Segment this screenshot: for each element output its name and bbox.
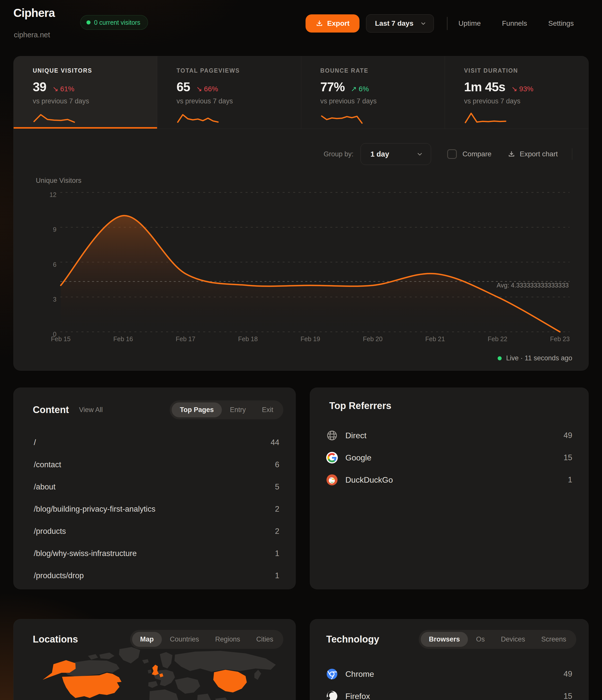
page-count: 1 <box>275 571 279 580</box>
content-card-title: Content <box>33 404 69 415</box>
referrer-row[interactable]: Google 15 <box>326 447 572 469</box>
export-chart-button[interactable]: Export chart <box>508 150 558 158</box>
content-card: Content View All Top Pages Entry Exit /4… <box>14 388 296 589</box>
tab-top-pages[interactable]: Top Pages <box>172 402 222 417</box>
svg-text:Feb 17: Feb 17 <box>176 335 195 343</box>
referrer-name: DuckDuckGo <box>345 475 393 485</box>
current-visitors-badge: 0 current visitors <box>80 15 148 30</box>
tab-exit[interactable]: Exit <box>254 402 281 417</box>
page-path: /products <box>34 527 66 536</box>
svg-text:Feb 23: Feb 23 <box>550 335 570 343</box>
svg-text:12: 12 <box>49 191 56 198</box>
stat-label: BOUNCE RATE <box>320 67 435 74</box>
world-map[interactable] <box>24 645 286 700</box>
tab-browsers[interactable]: Browsers <box>421 632 468 647</box>
top-nav: Uptime Funnels Settings <box>458 19 574 27</box>
export-label: Export <box>327 19 350 27</box>
stat-label: UNIQUE VISITORS <box>33 67 147 74</box>
page-row[interactable]: /44 <box>34 431 279 454</box>
stat-label: TOTAL PAGEVIEWS <box>176 67 291 74</box>
page-row[interactable]: /about5 <box>34 476 279 498</box>
tab-os[interactable]: Os <box>468 632 493 647</box>
browser-count: 49 <box>564 670 572 679</box>
compare-checkbox[interactable] <box>447 149 457 159</box>
header-actions: Export Last 7 days Uptime Funnels Settin… <box>305 15 574 32</box>
unique-visitors-area-chart[interactable]: 129630Avg: 4.333333333333333Feb 15Feb 16… <box>14 174 589 348</box>
tab-screens[interactable]: Screens <box>533 632 574 647</box>
sparkline-chart <box>33 111 76 127</box>
referrers-card-title: Top Referrers <box>329 400 391 411</box>
page-row[interactable]: /products2 <box>34 520 279 543</box>
view-all-link[interactable]: View All <box>79 406 103 414</box>
referrer-row[interactable]: Direct 49 <box>326 424 572 447</box>
page-count: 2 <box>275 527 279 536</box>
browser-row[interactable]: Firefox 15 <box>326 685 572 700</box>
content-tabs: Top Pages Entry Exit <box>170 400 283 419</box>
page-path: / <box>34 438 36 447</box>
chevron-down-icon <box>416 151 423 157</box>
stat-label: VISIT DURATION <box>464 67 578 74</box>
nav-settings[interactable]: Settings <box>548 19 574 27</box>
sparkline-chart <box>320 111 363 127</box>
chrome-icon <box>326 668 338 680</box>
nav-funnels[interactable]: Funnels <box>502 19 527 27</box>
browser-count: 15 <box>564 692 572 700</box>
live-status: Live · 11 seconds ago <box>498 354 572 362</box>
top-referrers-card: Top Referrers Direct 49 Google 15 DuckDu… <box>310 388 588 589</box>
locations-card-title: Locations <box>33 634 78 645</box>
svg-text:Feb 16: Feb 16 <box>114 335 133 343</box>
svg-text:Feb 15: Feb 15 <box>51 335 71 343</box>
referrer-row[interactable]: DuckDuckGo 1 <box>326 469 572 491</box>
page-row[interactable]: /blog/why-swiss-infrastructure1 <box>34 543 279 565</box>
sparkline-chart <box>464 111 507 127</box>
stats-row: UNIQUE VISITORS 39 ↘ 61% vs previous 7 d… <box>14 56 588 129</box>
stat-compare-label: vs previous 7 days <box>464 97 578 105</box>
download-icon <box>316 20 323 27</box>
export-button[interactable]: Export <box>305 15 360 32</box>
referrers-list: Direct 49 Google 15 DuckDuckGo 1 <box>310 424 588 491</box>
live-dot-icon <box>498 356 502 360</box>
page-path: /contact <box>34 460 61 469</box>
page-row[interactable]: /products/drop1 <box>34 565 279 587</box>
referrer-name: Google <box>345 453 371 462</box>
live-dot-icon <box>86 20 91 24</box>
map-country-uk <box>152 665 159 675</box>
site-domain: ciphera.net <box>14 31 50 39</box>
browsers-list: Chrome 49 Firefox 15 <box>310 663 588 700</box>
group-by-selector[interactable]: 1 day <box>360 143 431 165</box>
nav-uptime[interactable]: Uptime <box>458 19 481 27</box>
svg-text:Feb 21: Feb 21 <box>425 335 445 343</box>
stat-tab-total-pageviews[interactable]: TOTAL PAGEVIEWS 65 ↘ 66% vs previous 7 d… <box>157 56 301 129</box>
svg-text:Feb 19: Feb 19 <box>301 335 320 343</box>
browser-row[interactable]: Chrome 49 <box>326 663 572 685</box>
page-row[interactable]: /contact6 <box>34 454 279 476</box>
svg-text:Avg: 4.333333333333333: Avg: 4.333333333333333 <box>497 282 569 289</box>
map-country-usa <box>62 673 122 698</box>
technology-tabs: Browsers Os Devices Screens <box>419 630 576 649</box>
page-count: 2 <box>275 505 279 514</box>
controls-divider <box>572 148 573 160</box>
group-by-label: Group by: <box>324 150 354 158</box>
svg-text:Feb 22: Feb 22 <box>488 335 507 343</box>
technology-card: Technology Browsers Os Devices Screens C… <box>310 619 588 700</box>
stat-tab-bounce-rate[interactable]: BOUNCE RATE 77% ↗ 6% vs previous 7 days <box>301 56 445 129</box>
analytics-main-card: UNIQUE VISITORS 39 ↘ 61% vs previous 7 d… <box>14 56 588 371</box>
page-count: 5 <box>275 482 279 492</box>
stat-compare-label: vs previous 7 days <box>33 97 147 105</box>
duckduckgo-icon <box>326 474 338 486</box>
tab-devices[interactable]: Devices <box>493 632 533 647</box>
svg-text:9: 9 <box>53 226 56 233</box>
live-status-text: Live · 11 seconds ago <box>506 354 572 362</box>
page-path: /blog/building-privacy-first-analytics <box>34 505 155 514</box>
page-row[interactable]: /blog/building-privacy-first-analytics2 <box>34 498 279 520</box>
date-range-selector[interactable]: Last 7 days <box>366 15 434 32</box>
stat-tab-unique-visitors[interactable]: UNIQUE VISITORS 39 ↘ 61% vs previous 7 d… <box>14 56 157 129</box>
stat-value: 77% <box>320 80 345 94</box>
top-pages-list: /44 /contact6 /about5 /blog/building-pri… <box>14 431 296 587</box>
map-country-china <box>213 670 247 693</box>
svg-text:Feb 18: Feb 18 <box>238 335 258 343</box>
stat-value: 1m 45s <box>464 80 505 94</box>
globe-icon <box>326 430 338 441</box>
tab-entry[interactable]: Entry <box>222 402 254 417</box>
stat-tab-visit-duration[interactable]: VISIT DURATION 1m 45s ↘ 93% vs previous … <box>445 56 588 129</box>
